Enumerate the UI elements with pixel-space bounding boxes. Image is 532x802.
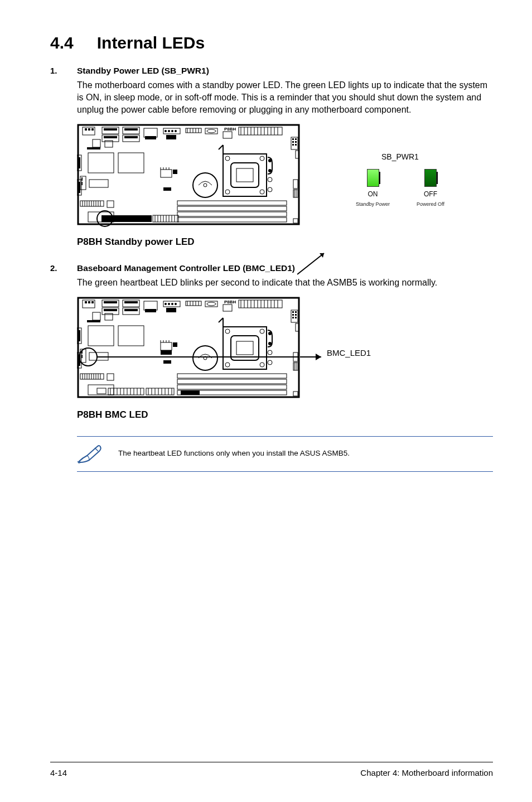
svg-point-141	[168, 303, 170, 305]
svg-point-245	[268, 350, 272, 355]
svg-rect-97	[236, 168, 253, 182]
item-1-header: 1. Standby Power LED (SB_PWR1)	[50, 66, 493, 76]
section-number: 4.4	[50, 33, 74, 52]
svg-rect-110	[177, 212, 287, 216]
svg-rect-59	[78, 182, 80, 193]
led-off-col: OFF Powered Off	[417, 169, 444, 207]
svg-point-107	[268, 187, 272, 192]
svg-rect-179	[88, 326, 114, 346]
item-2-header: 2. Baseboard Management Controller LED (…	[50, 263, 493, 273]
svg-rect-255	[293, 392, 298, 396]
svg-point-233	[193, 346, 217, 370]
svg-rect-46	[292, 141, 294, 143]
svg-rect-3	[88, 128, 90, 131]
svg-rect-196	[163, 360, 171, 364]
svg-rect-136	[124, 309, 138, 311]
bmc-pointer-label: BMC_LED1	[327, 348, 371, 357]
svg-line-242	[219, 318, 223, 322]
svg-rect-138	[145, 309, 156, 312]
figure-2: P8BH	[77, 297, 493, 421]
svg-point-244	[268, 342, 272, 345]
note-block: The heartbeat LED functions only when yo…	[77, 436, 493, 472]
svg-rect-191	[161, 350, 172, 355]
svg-point-243	[268, 332, 272, 335]
item-title: Baseboard Management Controller LED (BMC…	[77, 263, 295, 273]
svg-point-104	[268, 159, 272, 162]
svg-text:P8BH: P8BH	[224, 299, 236, 305]
figure-2-caption: P8BH BMC LED	[77, 409, 493, 421]
svg-rect-47	[295, 141, 297, 143]
svg-rect-69	[89, 180, 108, 187]
svg-rect-44	[292, 138, 294, 140]
svg-rect-14	[145, 136, 156, 139]
svg-point-246	[268, 360, 272, 365]
footer-page-number: 4-14	[50, 768, 67, 777]
svg-marker-123	[320, 253, 324, 258]
svg-rect-10	[124, 128, 138, 131]
figure-1: P8BH	[77, 124, 493, 248]
svg-rect-236	[236, 341, 253, 355]
svg-point-152	[207, 302, 216, 306]
svg-point-16	[165, 130, 167, 132]
svg-rect-65	[173, 170, 177, 174]
svg-rect-21	[186, 128, 201, 133]
svg-rect-194	[81, 355, 83, 358]
motherboard-diagram-2: P8BH	[77, 297, 300, 408]
svg-point-105	[268, 169, 272, 172]
svg-rect-172	[295, 314, 297, 316]
svg-point-237	[225, 329, 230, 334]
svg-rect-81	[107, 201, 114, 207]
svg-point-98	[225, 156, 230, 161]
note-text: The heartbeat LED functions only when yo…	[118, 449, 350, 457]
svg-point-142	[171, 303, 173, 305]
svg-rect-111	[177, 218, 287, 222]
svg-rect-108	[177, 201, 287, 205]
svg-rect-183	[78, 330, 80, 341]
item-number: 2.	[50, 263, 77, 273]
svg-line-122	[297, 253, 324, 274]
svg-point-99	[260, 156, 264, 161]
led-on-col: ON Standby Power	[356, 169, 390, 207]
item-2-body: The green heartbeat LED blinks per secon…	[77, 277, 493, 289]
svg-rect-174	[295, 317, 297, 318]
svg-rect-55	[118, 153, 144, 173]
svg-rect-132	[104, 309, 117, 311]
svg-point-94	[193, 173, 217, 197]
svg-line-103	[219, 145, 223, 149]
svg-rect-190	[173, 342, 177, 347]
svg-point-106	[268, 177, 272, 182]
svg-rect-13	[144, 128, 157, 137]
svg-marker-257	[316, 354, 321, 360]
svg-point-100	[225, 190, 230, 194]
led-on-sub: Standby Power	[356, 201, 390, 207]
motherboard-diagram-1: P8BH	[77, 124, 300, 235]
svg-rect-171	[292, 314, 294, 316]
figure-1-caption: P8BH Standby power LED	[77, 236, 493, 248]
svg-point-101	[260, 190, 264, 194]
svg-rect-53	[87, 147, 100, 149]
board-label-text: P8BH	[224, 127, 236, 132]
svg-point-95	[204, 183, 207, 187]
svg-rect-155	[239, 300, 282, 308]
svg-point-239	[225, 363, 230, 367]
footer-chapter: Chapter 4: Motherboard information	[360, 768, 493, 777]
svg-rect-168	[291, 310, 298, 322]
led-on-state: ON	[368, 190, 378, 198]
pencil-note-icon	[77, 442, 103, 463]
svg-rect-130	[104, 301, 117, 303]
svg-rect-170	[295, 311, 297, 313]
svg-rect-60	[161, 170, 172, 177]
svg-rect-30	[239, 127, 282, 135]
svg-rect-128	[91, 301, 94, 303]
svg-rect-51	[93, 139, 100, 147]
svg-rect-67	[81, 177, 83, 181]
section-title: Internal LEDs	[97, 33, 205, 52]
svg-point-143	[175, 303, 177, 305]
page-footer: 4-14 Chapter 4: Motherboard information	[50, 762, 493, 777]
svg-rect-43	[291, 137, 298, 149]
svg-rect-176	[93, 312, 100, 320]
section-heading: 4.4Internal LEDs	[50, 33, 493, 52]
svg-rect-83	[101, 215, 152, 222]
svg-rect-96	[231, 163, 259, 187]
item-number: 1.	[50, 66, 77, 76]
